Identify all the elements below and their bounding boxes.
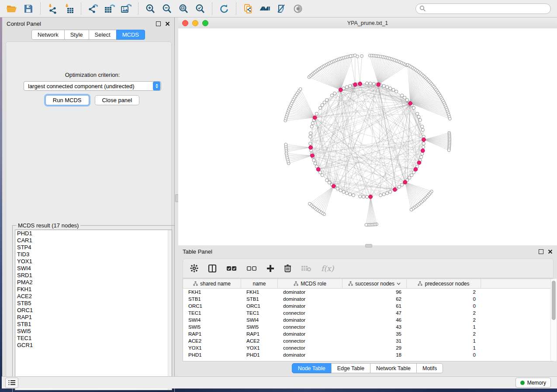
ring-node[interactable] <box>365 195 368 198</box>
column-header-name[interactable]: name <box>241 279 278 288</box>
export-network-icon[interactable] <box>86 2 100 15</box>
mcds-result-list[interactable]: PHD1CAR1STP4TID3YOX1SWI4SRD1PMA2FKH1ACE2… <box>15 230 172 390</box>
apply-layout-icon[interactable] <box>218 2 231 15</box>
ring-node[interactable] <box>349 193 352 196</box>
float-panel-icon[interactable] <box>156 21 161 26</box>
ring-node[interactable] <box>416 112 419 115</box>
ring-node[interactable] <box>382 193 385 196</box>
leaf-node[interactable] <box>356 55 359 58</box>
show-details-icon[interactable] <box>291 2 304 15</box>
tab-edge-table[interactable]: Edge Table <box>331 363 370 373</box>
ring-node[interactable] <box>408 176 411 179</box>
ring-node[interactable] <box>419 118 422 121</box>
mcds-result-item[interactable]: STP4 <box>15 244 172 251</box>
ring-node[interactable] <box>339 189 342 192</box>
ring-node[interactable] <box>362 195 365 198</box>
run-mcds-button[interactable]: Run MCDS <box>45 95 89 105</box>
ring-node[interactable] <box>417 115 420 118</box>
dominator-node[interactable] <box>414 168 418 172</box>
leaf-node[interactable] <box>447 149 450 152</box>
leaf-node[interactable] <box>349 55 352 58</box>
ring-node[interactable] <box>309 142 312 145</box>
delete-table-icon[interactable] <box>301 265 311 272</box>
dominator-node[interactable] <box>339 88 343 92</box>
leaf-node[interactable] <box>308 202 311 205</box>
ring-node[interactable] <box>392 88 395 91</box>
dominator-node[interactable] <box>403 180 407 184</box>
ring-node[interactable] <box>310 125 313 128</box>
mcds-result-item[interactable]: GCR1 <box>15 342 172 349</box>
ring-node[interactable] <box>328 181 331 184</box>
mcds-result-item[interactable]: TID3 <box>15 251 172 258</box>
ring-node[interactable] <box>318 107 322 110</box>
ring-node[interactable] <box>412 107 415 110</box>
ring-node[interactable] <box>359 195 362 198</box>
leaf-node[interactable] <box>284 143 287 146</box>
ring-node[interactable] <box>422 142 425 145</box>
zoom-in-icon[interactable] <box>144 2 157 15</box>
table-row[interactable]: ACE2ACE2connector311 <box>183 337 553 344</box>
mcds-result-item[interactable]: FKH1 <box>15 286 172 293</box>
ring-node[interactable] <box>422 145 425 148</box>
ring-node[interactable] <box>321 174 324 177</box>
zoom-out-icon[interactable] <box>160 2 173 15</box>
hide-details-icon[interactable] <box>275 2 288 15</box>
ring-node[interactable] <box>365 82 368 85</box>
leaf-node[interactable] <box>410 208 413 211</box>
dominator-node[interactable] <box>309 146 313 150</box>
clone-network-icon[interactable] <box>242 2 255 15</box>
table-row[interactable]: RAP1RAP1dominator352 <box>183 330 553 337</box>
ring-node[interactable] <box>385 86 388 89</box>
export-table-icon[interactable] <box>103 2 116 15</box>
ring-node[interactable] <box>323 101 326 104</box>
ring-node[interactable] <box>345 192 348 195</box>
dominator-node[interactable] <box>417 161 421 165</box>
ring-node[interactable] <box>410 174 413 177</box>
ring-node[interactable] <box>379 194 382 197</box>
select-all-icon[interactable] <box>226 265 237 272</box>
ring-node[interactable] <box>401 94 404 97</box>
table-row[interactable]: SWI4SWI4dominator462 <box>183 316 553 323</box>
horizontal-splitter-handle[interactable] <box>365 244 372 248</box>
mcds-list-scrollbar[interactable] <box>168 230 172 390</box>
close-panel-button[interactable]: Close panel <box>95 95 140 105</box>
ring-node[interactable] <box>330 94 333 97</box>
network-window-titlebar[interactable]: YPA_prune.txt_1 <box>178 17 557 29</box>
task-history-button[interactable] <box>5 378 18 388</box>
leaf-node[interactable] <box>360 55 363 58</box>
leaf-node[interactable] <box>299 88 302 91</box>
column-header-successor-nodes[interactable]: successor nodes <box>343 279 407 288</box>
dominator-node[interactable] <box>369 195 373 199</box>
memory-button[interactable]: Memory <box>515 378 551 388</box>
mcds-result-item[interactable]: YOX1 <box>15 258 172 265</box>
mcds-result-item[interactable]: SWI4 <box>15 265 172 272</box>
close-panel-icon[interactable] <box>548 249 553 254</box>
column-header-shared-name[interactable]: shared name <box>183 279 241 288</box>
ring-node[interactable] <box>385 192 388 195</box>
tab-network-table[interactable]: Network Table <box>370 363 417 373</box>
ring-node[interactable] <box>405 98 408 101</box>
table-row[interactable]: FKH1FKH1dominator962 <box>183 289 553 296</box>
mcds-result-item[interactable]: RAP1 <box>15 314 172 321</box>
float-panel-icon[interactable] <box>539 249 543 254</box>
tab-style[interactable]: Style <box>64 30 89 40</box>
ring-node[interactable] <box>342 190 345 193</box>
ring-node[interactable] <box>321 103 324 107</box>
ring-node[interactable] <box>401 183 404 186</box>
export-image-icon[interactable] <box>120 2 133 15</box>
import-network-icon[interactable] <box>46 2 59 15</box>
dominator-node[interactable] <box>316 168 320 172</box>
mcds-result-item[interactable]: TEC1 <box>15 335 172 342</box>
ring-node[interactable] <box>349 84 352 87</box>
show-columns-icon[interactable] <box>208 264 217 273</box>
ring-node[interactable] <box>309 135 312 138</box>
leaf-node[interactable] <box>448 117 451 120</box>
ring-node[interactable] <box>389 87 392 90</box>
mcds-result-item[interactable]: STB1 <box>15 321 172 328</box>
zoom-fit-icon[interactable] <box>177 2 190 15</box>
table-row[interactable]: YOX1YOX1connector291 <box>183 344 553 351</box>
add-row-icon[interactable] <box>266 265 274 272</box>
dominator-node[interactable] <box>311 154 315 158</box>
table-scrollbar[interactable] <box>550 279 557 361</box>
ring-node[interactable] <box>333 92 336 95</box>
